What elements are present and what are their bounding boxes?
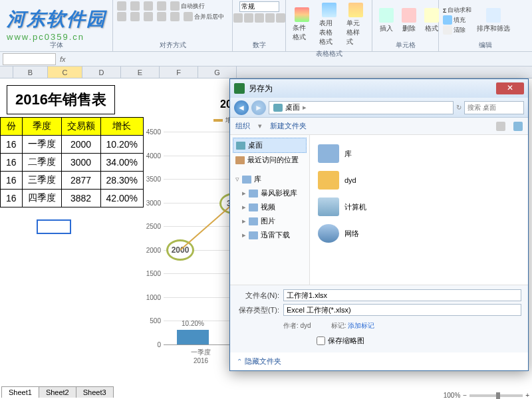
align-right-icon[interactable]	[144, 12, 153, 21]
nav-forward-button[interactable]: ►	[251, 100, 266, 115]
sort-filter-button[interactable]: 排序和筛选	[474, 7, 513, 35]
comma-icon[interactable]	[255, 13, 264, 23]
sheet-tab[interactable]: Sheet2	[39, 386, 76, 398]
table-row: 16三季度287728.30%	[1, 172, 144, 190]
tags-label: 标记:	[331, 322, 346, 329]
dialog-nav: ◄ ► 桌面 ▸ ↻	[230, 98, 528, 118]
author-value[interactable]: dyd	[301, 322, 311, 329]
col-header-b[interactable]: B	[13, 66, 48, 78]
filename-input[interactable]	[283, 289, 521, 301]
tree-videos[interactable]: ▸视频	[233, 200, 307, 214]
dialog-footer: ⌃ 隐藏文件夹	[230, 352, 528, 370]
zoom-label: 100%	[444, 392, 461, 399]
tree-pictures[interactable]: ▸图片	[233, 214, 307, 228]
file-libraries[interactable]: 库	[315, 140, 523, 167]
cell-styles-button[interactable]: 单元格样式	[344, 1, 368, 48]
file-computer[interactable]: 计算机	[315, 194, 523, 220]
th-year: 份	[1, 118, 23, 136]
view-icon[interactable]	[496, 122, 505, 131]
ribbon-group-cells: 插入 删除 格式 单元格	[372, 0, 439, 51]
name-box[interactable]	[3, 53, 56, 65]
orient-icon[interactable]	[157, 1, 166, 11]
table-title: 2016年销售表	[7, 85, 115, 114]
fill-button[interactable]: 填充	[443, 15, 471, 25]
dialog-titlebar[interactable]: 另存为 ✕	[230, 79, 528, 98]
insert-button[interactable]: 插入	[376, 7, 396, 35]
ribbon-label-cells: 单元格	[376, 39, 434, 50]
file-network[interactable]: 网络	[315, 220, 523, 247]
sheet-tab[interactable]: Sheet3	[76, 386, 114, 398]
ribbon-label-align: 对齐方式	[117, 39, 228, 50]
delete-button[interactable]: 删除	[399, 7, 419, 35]
save-thumb-checkbox[interactable]	[317, 336, 325, 345]
merge-center-button[interactable]: 合并后居中	[184, 12, 224, 21]
col-header-d[interactable]: D	[82, 66, 121, 78]
dec-dec-icon[interactable]	[276, 13, 285, 23]
zoom-in-icon[interactable]: +	[525, 392, 529, 399]
filetype-dropdown[interactable]	[283, 304, 521, 316]
file-dyd[interactable]: dyd	[315, 167, 523, 194]
hide-folders-link[interactable]: 隐藏文件夹	[245, 356, 281, 366]
currency-icon[interactable]	[233, 13, 243, 23]
wrap-text-button[interactable]: 自动换行	[170, 1, 205, 11]
save-as-dialog: 另存为 ✕ ◄ ► 桌面 ▸ ↻ 组织▾ 新建文件夹 桌面 最近访问的位置 ▿库…	[229, 78, 529, 371]
nav-back-button[interactable]: ◄	[234, 100, 249, 115]
table-row: 16四季度388242.00%	[1, 190, 144, 207]
data-table: 份 季度 交易额 增长 16一季度200010.20% 16二季度300034.…	[0, 117, 144, 207]
ribbon-group-styles: 条件格式 表用表格格式 单元格样式 表格格式	[286, 0, 372, 51]
search-input[interactable]	[464, 101, 524, 114]
format-table-button[interactable]: 表用表格格式	[317, 1, 341, 48]
ribbon: 字体 自动换行 合并后居中 对齐方式 常规	[0, 0, 532, 52]
sheet-tab[interactable]: Sheet1	[1, 386, 39, 398]
number-format-dropdown[interactable]: 常规	[239, 1, 279, 12]
ribbon-label-number: 数字	[237, 39, 281, 50]
align-center-icon[interactable]	[130, 12, 140, 21]
tree-libraries[interactable]: ▿库	[233, 172, 307, 186]
tags-link[interactable]: 添加标记	[348, 322, 374, 329]
zoom-out-icon[interactable]: −	[463, 392, 467, 399]
desktop-icon	[273, 104, 283, 112]
formula-bar: fx	[0, 52, 532, 66]
help-icon[interactable]	[513, 122, 523, 131]
tree-xunlei[interactable]: ▸迅雷下载	[233, 228, 307, 242]
tree-recent[interactable]: 最近访问的位置	[233, 153, 307, 167]
ribbon-label-styles: 表格格式	[290, 48, 368, 59]
align-bot-icon[interactable]	[144, 1, 153, 11]
ribbon-label-editing: 编辑	[443, 39, 528, 50]
align-left-icon[interactable]	[117, 12, 126, 21]
nav-path[interactable]: 桌面 ▸	[269, 101, 454, 114]
autosum-button[interactable]: Σ 自动求和	[443, 6, 471, 15]
chart-bubble: 2000	[166, 239, 194, 261]
percent-icon[interactable]	[244, 13, 253, 23]
fx-icon[interactable]: fx	[60, 55, 66, 63]
expand-icon[interactable]: ⌃	[237, 358, 242, 365]
zoom-slider[interactable]	[469, 394, 523, 397]
new-folder-button[interactable]: 新建文件夹	[270, 121, 307, 131]
th-growth: 增长	[100, 118, 143, 136]
col-header-f[interactable]: F	[160, 66, 198, 78]
indent-inc-icon[interactable]	[170, 12, 180, 21]
tree-storm[interactable]: ▸暴风影视库	[233, 186, 307, 200]
chart-bar	[177, 330, 209, 344]
col-header-c[interactable]: C	[48, 66, 82, 78]
close-button[interactable]: ✕	[496, 82, 524, 94]
col-header-g[interactable]: G	[198, 66, 237, 78]
refresh-icon[interactable]: ↻	[456, 104, 462, 111]
bar-label: 10.20%	[177, 320, 209, 327]
ribbon-group-align: 自动换行 合并后居中 对齐方式	[113, 0, 233, 51]
align-top-icon[interactable]	[117, 1, 126, 11]
selected-cell[interactable]	[37, 219, 71, 234]
align-mid-icon[interactable]	[130, 1, 140, 11]
dec-inc-icon[interactable]	[265, 13, 275, 23]
col-header-e[interactable]: E	[121, 66, 160, 78]
col-header-corner[interactable]	[0, 66, 13, 78]
organize-button[interactable]: 组织	[235, 121, 250, 131]
folder-tree: 桌面 最近访问的位置 ▿库 ▸暴风影视库 ▸视频 ▸图片 ▸迅雷下载	[230, 135, 310, 285]
clear-button[interactable]: 清除	[443, 25, 471, 35]
file-list: 库 dyd 计算机 网络	[310, 135, 528, 285]
tree-desktop[interactable]: 桌面	[233, 138, 307, 153]
dialog-title: 另存为	[249, 83, 273, 94]
indent-dec-icon[interactable]	[157, 12, 166, 21]
cond-format-button[interactable]: 条件格式	[290, 6, 314, 43]
table-row: 16一季度200010.20%	[1, 136, 144, 154]
